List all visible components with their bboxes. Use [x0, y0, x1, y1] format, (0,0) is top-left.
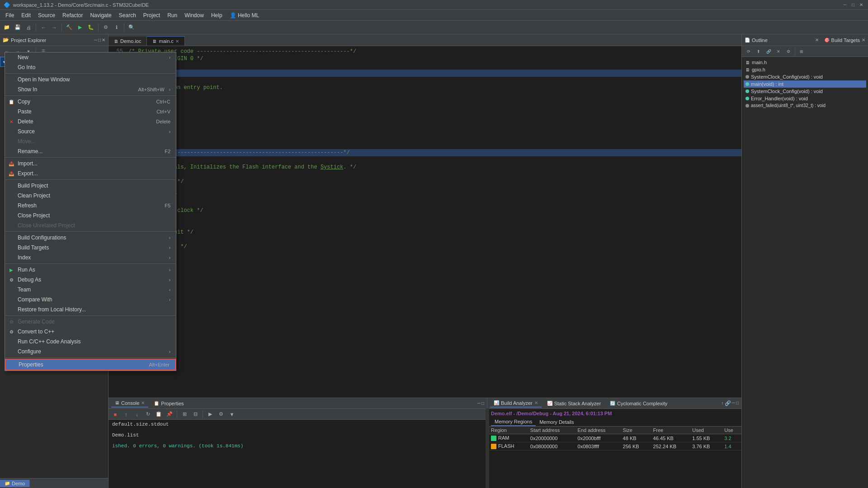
- minimize-button[interactable]: ─: [842, 2, 848, 8]
- outline-btn-3[interactable]: 🔗: [764, 47, 774, 56]
- build-analyzer-tab[interactable]: 📊 Build Analyzer ✕: [490, 399, 542, 408]
- ctx-import[interactable]: 📥 Import...: [5, 159, 176, 169]
- ctx-generate-code[interactable]: ⚙ Generate Code: [5, 317, 176, 327]
- ctx-build-targets[interactable]: Build Targets ›: [5, 243, 176, 253]
- toolbar-btn-info[interactable]: ℹ: [112, 23, 122, 33]
- menu-item-edit[interactable]: Edit: [18, 11, 34, 19]
- outline-sysclock-func[interactable]: SystemClock_Config(void) : void: [744, 73, 866, 80]
- toolbar-btn-2[interactable]: 💾: [13, 23, 23, 33]
- minimize-build[interactable]: ─: [732, 400, 735, 406]
- ctx-copy[interactable]: 📋 Copy Ctrl+C: [5, 97, 176, 107]
- ctx-restore-history[interactable]: Restore from Local History...: [5, 305, 176, 314]
- bottom-tab-demo[interactable]: 📁 Demo: [0, 480, 30, 487]
- memory-details-tab[interactable]: Memory Details: [536, 418, 577, 426]
- menu-item-help[interactable]: Help: [208, 11, 226, 19]
- ctx-run-as[interactable]: ▶ Run As ›: [5, 265, 176, 275]
- close-build-targets[interactable]: ✕: [862, 38, 865, 42]
- ctx-clean-project[interactable]: Clean Project: [5, 191, 176, 201]
- console-close[interactable]: ✕: [141, 400, 145, 405]
- ctx-new[interactable]: New ›: [5, 52, 176, 62]
- console-btn-stop[interactable]: ■: [110, 409, 120, 419]
- ctx-close-project[interactable]: Close Project: [5, 211, 176, 221]
- toolbar-btn-1[interactable]: 📁: [2, 23, 12, 33]
- minimize-panel-button[interactable]: ─: [94, 38, 97, 42]
- console-btn-copy[interactable]: 📋: [154, 409, 164, 419]
- toolbar-btn-back[interactable]: ←: [38, 23, 48, 33]
- build-btn-1[interactable]: ↑: [721, 400, 724, 406]
- console-btn-grid2[interactable]: ⊟: [190, 409, 200, 419]
- ctx-export[interactable]: 📤 Export...: [5, 169, 176, 178]
- ctx-team[interactable]: Team ›: [5, 285, 176, 295]
- outline-btn-2[interactable]: ⬆: [754, 47, 764, 56]
- build-btn-2[interactable]: 🔗: [725, 400, 731, 406]
- toolbar-btn-run[interactable]: ▶: [75, 23, 85, 33]
- console-btn-refresh[interactable]: ↻: [143, 409, 153, 419]
- ctx-rename[interactable]: Rename... F2: [5, 146, 176, 156]
- toolbar-btn-fwd[interactable]: →: [49, 23, 59, 33]
- tab-main-c[interactable]: 🗎 main.c ✕: [147, 36, 184, 46]
- static-stack-tab[interactable]: 📈 Static Stack Analyzer: [543, 400, 604, 407]
- outline-main-h[interactable]: 🗎 main.h: [744, 59, 866, 66]
- memory-regions-tab[interactable]: Memory Regions: [491, 418, 536, 426]
- maximize-button[interactable]: □: [850, 2, 856, 8]
- console-btn-more[interactable]: ⚙: [216, 409, 226, 419]
- menu-item-file[interactable]: File: [2, 11, 18, 19]
- ctx-open-new-window[interactable]: Open in New Window: [5, 75, 176, 84]
- toolbar-btn-print[interactable]: 🖨: [24, 23, 33, 33]
- ctx-build-project[interactable]: Build Project: [5, 181, 176, 191]
- console-btn-run[interactable]: ▶: [205, 409, 215, 419]
- ctx-build-configurations[interactable]: Build Configurations ›: [5, 233, 176, 243]
- outline-main-func[interactable]: main(void) : int: [744, 80, 866, 88]
- ctx-debug-as[interactable]: ⚙ Debug As ›: [5, 275, 176, 285]
- outline-btn-4[interactable]: ✕: [774, 47, 783, 56]
- console-btn-down2[interactable]: ▼: [227, 409, 237, 419]
- outline-assert-failed[interactable]: assert_failed(uint8_t*, uint32_t) : void: [744, 102, 866, 109]
- console-scrollbar[interactable]: [486, 408, 489, 488]
- ctx-run-analysis[interactable]: Run C/C++ Code Analysis: [5, 337, 176, 347]
- ctx-source[interactable]: Source ›: [5, 127, 176, 136]
- menu-item-refactor[interactable]: Refactor: [59, 11, 86, 19]
- ctx-paste[interactable]: Paste Ctrl+V: [5, 107, 176, 117]
- outline-error-handler[interactable]: Error_Handler(void) : void: [744, 95, 866, 102]
- menu-item-navigate[interactable]: Navigate: [86, 11, 115, 19]
- tab-demo-ioc[interactable]: 🗎 Demo.ioc: [108, 37, 147, 46]
- outline-btn-1[interactable]: ⟳: [744, 47, 754, 56]
- tab-close-main-c[interactable]: ✕: [175, 39, 179, 44]
- build-analyzer-close[interactable]: ✕: [534, 400, 538, 405]
- toolbar-btn-settings[interactable]: ⚙: [101, 23, 111, 33]
- console-tab[interactable]: 🖥 Console ✕: [111, 399, 148, 408]
- ctx-index[interactable]: Index ›: [5, 253, 176, 263]
- menu-item-source[interactable]: Source: [34, 11, 59, 19]
- minimize-console[interactable]: ─: [477, 401, 481, 406]
- cyclomatic-tab[interactable]: 🔄 Cyclomatic Complexity: [606, 400, 671, 407]
- ctx-convert-cpp[interactable]: ⚙ Convert to C++: [5, 327, 176, 337]
- console-btn-paste[interactable]: 📌: [165, 409, 175, 419]
- properties-tab[interactable]: 📋 Properties: [150, 400, 187, 407]
- outline-gpio-h[interactable]: 🗎 gpio.h: [744, 66, 866, 73]
- menu-item-run[interactable]: Run: [164, 11, 181, 19]
- toolbar-btn-search[interactable]: 🔍: [127, 23, 137, 33]
- ctx-configure[interactable]: Configure ›: [5, 347, 176, 357]
- toolbar-btn-debug[interactable]: 🐛: [86, 23, 96, 33]
- close-panel-button[interactable]: ✕: [102, 38, 105, 42]
- console-btn-down[interactable]: ↓: [132, 409, 142, 419]
- ctx-move[interactable]: Move...: [5, 136, 176, 146]
- toolbar-btn-build[interactable]: 🔨: [64, 23, 74, 33]
- close-button[interactable]: ✕: [858, 2, 864, 8]
- maximize-console[interactable]: □: [481, 401, 484, 406]
- ctx-properties[interactable]: Properties Alt+Enter: [5, 359, 176, 371]
- close-outline[interactable]: ✕: [815, 38, 819, 42]
- ctx-refresh[interactable]: Refresh F5: [5, 201, 176, 211]
- menu-item-project[interactable]: Project: [140, 11, 164, 19]
- maximize-panel-button[interactable]: □: [98, 38, 101, 42]
- outline-btn-5[interactable]: ⚙: [783, 47, 793, 56]
- code-editor[interactable]: 55 /* Private user code ----------------…: [108, 46, 741, 398]
- ctx-delete[interactable]: ✕ Delete Delete: [5, 117, 176, 127]
- console-btn-up[interactable]: ↑: [121, 409, 131, 419]
- maximize-build[interactable]: □: [736, 400, 739, 406]
- ctx-compare-with[interactable]: Compare With ›: [5, 295, 176, 305]
- menu-item-search[interactable]: Search: [115, 11, 140, 19]
- ctx-go-into[interactable]: Go Into: [5, 62, 176, 72]
- ctx-show-in[interactable]: Show In Alt+Shift+W ›: [5, 84, 176, 94]
- outline-sysclock-config[interactable]: SystemClock_Config(void) : void: [744, 88, 866, 95]
